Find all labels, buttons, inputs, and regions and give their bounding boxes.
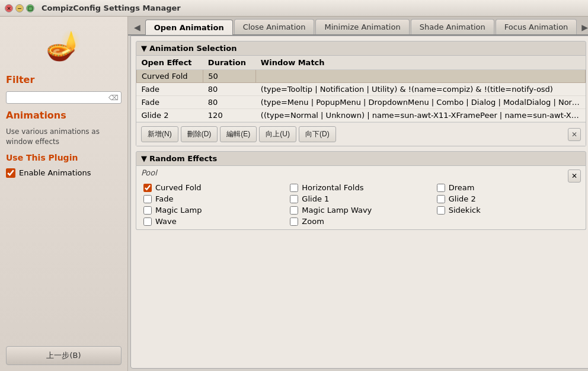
window-controls: × − □ — [5, 4, 34, 12]
tab-close-animation[interactable]: Close Animation — [234, 19, 315, 34]
use-plugin-label: Use This Plugin — [6, 153, 122, 162]
random-effects-section: ▼ Random Effects Pool Curved FoldHorizon… — [136, 151, 586, 230]
checkbox-wave[interactable] — [143, 218, 152, 226]
minimize-window-button[interactable]: − — [15, 4, 24, 12]
cell-duration: 50 — [203, 70, 256, 83]
col-window-match: Window Match — [256, 56, 586, 70]
checkbox-label[interactable]: Sidekick — [449, 206, 481, 215]
animation-selection-header: ▼ Animation Selection — [136, 41, 586, 56]
close-window-button[interactable]: × — [5, 4, 13, 12]
tab-shade-animation[interactable]: Shade Animation — [411, 19, 494, 34]
random-effects-title: Random Effects — [149, 154, 217, 163]
minimize-icon: − — [17, 5, 22, 11]
cell-match: (type=Menu | PopupMenu | DropdownMenu | … — [256, 96, 586, 109]
cell-match: (type=Tooltip | Notification | Utility) … — [256, 83, 586, 96]
animations-label: Animations — [6, 110, 122, 121]
filter-label: Filter — [6, 74, 122, 85]
checkbox-label[interactable]: Magic Lamp Wavy — [302, 206, 372, 215]
checkbox-label[interactable]: Wave — [155, 217, 177, 226]
pool-label: Pool — [136, 166, 586, 180]
main-layout: 🪔 Filter ⌫ Animations Use various animat… — [0, 17, 588, 371]
animation-table: Open Effect Duration Window Match Curved… — [136, 56, 586, 122]
table-row[interactable]: Fade 80 (type=Tooltip | Notification | U… — [136, 83, 585, 96]
table-row[interactable]: Curved Fold 50 — [136, 70, 585, 83]
clear-button[interactable]: ✕ — [568, 128, 581, 141]
checkbox-sidekick[interactable] — [437, 206, 445, 215]
checkbox-dream[interactable] — [437, 184, 445, 192]
enable-animations-checkbox[interactable] — [6, 168, 15, 178]
sidebar: 🪔 Filter ⌫ Animations Use various animat… — [0, 17, 128, 371]
tab-left-arrow[interactable]: ◀ — [130, 20, 144, 34]
checkbox-fade[interactable] — [143, 195, 152, 203]
section-triangle-icon: ▼ — [141, 44, 147, 53]
delete-button[interactable]: 刪除(D) — [181, 126, 218, 142]
checkbox-label[interactable]: Zoom — [302, 217, 324, 226]
checkbox-label[interactable]: Glide 1 — [302, 194, 329, 203]
edit-button[interactable]: 編輯(E) — [220, 126, 257, 142]
checkbox-label[interactable]: Horizontal Folds — [302, 183, 363, 192]
checkbox-horizontal-folds[interactable] — [290, 184, 298, 192]
up-button[interactable]: 向上(U) — [259, 126, 296, 142]
cell-effect: Fade — [136, 83, 203, 96]
checkbox-magic-lamp-wavy[interactable] — [290, 206, 298, 215]
checkbox-label[interactable]: Curved Fold — [155, 183, 202, 192]
cell-effect: Fade — [136, 96, 203, 109]
checkbox-zoom[interactable] — [290, 218, 298, 226]
content-area: ◀ Open Animation Close Animation Minimiz… — [128, 17, 588, 371]
down-button[interactable]: 向下(D) — [299, 126, 336, 142]
random-reset-button[interactable]: ✕ — [568, 169, 581, 183]
cell-duration: 120 — [203, 109, 256, 122]
checkbox-label[interactable]: Dream — [449, 183, 475, 192]
checkbox-item: Fade — [143, 194, 285, 203]
cell-duration: 80 — [203, 83, 256, 96]
tab-minimize-animation[interactable]: Minimize Animation — [315, 19, 409, 34]
search-input[interactable] — [9, 93, 108, 102]
random-section-triangle-icon: ▼ — [141, 154, 147, 163]
back-button[interactable]: 上一步(B) — [6, 346, 122, 365]
animation-selection-body: Open Effect Duration Window Match Curved… — [136, 56, 586, 146]
animations-description: Use various animations as window effects — [6, 127, 122, 147]
tab-right-arrow[interactable]: ▶ — [578, 20, 588, 34]
col-open-effect: Open Effect — [136, 56, 203, 70]
checkbox-label[interactable]: Magic Lamp — [155, 206, 202, 215]
checkbox-magic-lamp[interactable] — [143, 206, 152, 215]
random-effects-body: Pool Curved FoldHorizontal FoldsDreamFad… — [136, 166, 586, 230]
main-panel: ▼ Animation Selection Open Effect Durati… — [130, 36, 588, 369]
checkbox-item: Dream — [437, 183, 579, 192]
cell-match — [256, 70, 586, 83]
cell-effect: Curved Fold — [136, 70, 203, 83]
checkbox-label[interactable]: Glide 2 — [449, 194, 476, 203]
animation-selection-title: Animation Selection — [149, 44, 237, 53]
checkbox-label[interactable]: Fade — [155, 194, 174, 203]
checkbox-item: Wave — [143, 217, 285, 226]
maximize-window-button[interactable]: □ — [26, 4, 34, 12]
table-row[interactable]: Glide 2 120 ((type=Normal | Unknown) | n… — [136, 109, 585, 122]
checkbox-item: Magic Lamp Wavy — [290, 206, 432, 215]
checkbox-curved-fold[interactable] — [143, 184, 152, 192]
checkbox-glide-1[interactable] — [290, 195, 298, 203]
enable-animations-label[interactable]: Enable Animations — [19, 168, 91, 177]
random-effects-header: ▼ Random Effects — [136, 151, 586, 166]
search-box[interactable]: ⌫ — [6, 91, 122, 104]
close-icon: × — [7, 5, 11, 11]
tab-focus-animation[interactable]: Focus Animation — [496, 19, 577, 34]
cell-duration: 80 — [203, 96, 256, 109]
checkbox-item: Zoom — [290, 217, 432, 226]
add-button[interactable]: 新增(N) — [141, 126, 178, 142]
checkbox-glide-2[interactable] — [437, 195, 445, 203]
logo-area: 🪔 — [6, 23, 122, 68]
lamp-icon: 🪔 — [46, 28, 81, 62]
clear-search-button[interactable]: ⌫ — [108, 94, 119, 102]
action-buttons-row: 新增(N) 刪除(D) 編輯(E) 向上(U) 向下(D) ✕ — [136, 122, 586, 146]
tab-open-animation[interactable]: Open Animation — [145, 20, 233, 35]
checkbox-item: Curved Fold — [143, 183, 285, 192]
animation-selection-section: ▼ Animation Selection Open Effect Durati… — [136, 41, 586, 146]
checkbox-item: Glide 1 — [290, 194, 432, 203]
checkbox-item: Glide 2 — [437, 194, 579, 203]
cell-match: ((type=Normal | Unknown) | name=sun-awt-… — [256, 109, 586, 122]
cell-effect: Glide 2 — [136, 109, 203, 122]
table-row[interactable]: Fade 80 (type=Menu | PopupMenu | Dropdow… — [136, 96, 585, 109]
enable-checkbox-row: Enable Animations — [6, 168, 122, 178]
tab-bar: ◀ Open Animation Close Animation Minimiz… — [128, 17, 588, 36]
checkbox-item: Horizontal Folds — [290, 183, 432, 192]
